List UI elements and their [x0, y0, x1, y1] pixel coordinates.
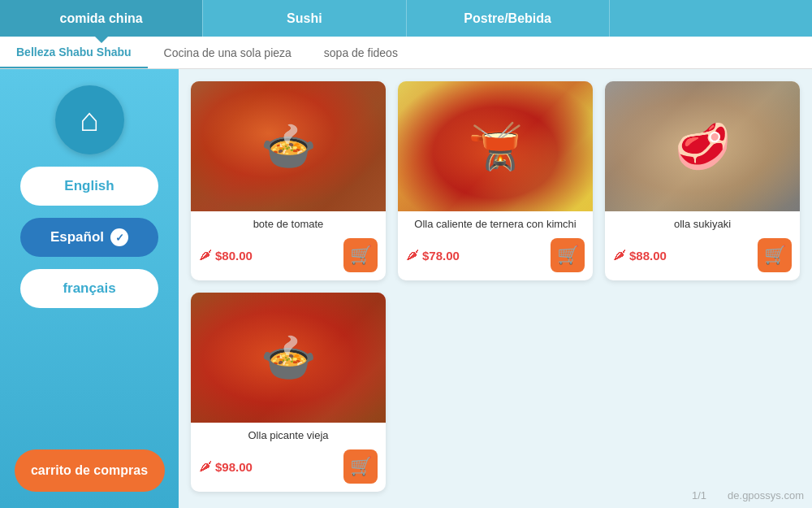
product-footer: 🌶 $80.00 🛒 [191, 233, 386, 280]
product-footer: 🌶 $78.00 🛒 [398, 233, 593, 280]
price: $78.00 [422, 249, 460, 263]
pepper-icon: 🌶 [613, 248, 626, 263]
check-icon: ✓ [110, 228, 128, 246]
home-button[interactable]: ⌂ [55, 85, 124, 154]
top-tabs: comida china Sushi Postre/Bebida [0, 0, 812, 37]
product-name: Olla picante vieja [191, 423, 386, 445]
product-name: bote de tomate [191, 211, 386, 233]
product-card: 🫕 Olla caliente de ternera con kimchi 🌶 … [398, 81, 593, 280]
price-section: 🌶 $78.00 [406, 248, 460, 263]
price-section: 🌶 $80.00 [199, 248, 253, 263]
page-indicator: 1/1 [692, 489, 706, 501]
price: $88.00 [629, 249, 667, 263]
main-layout: ⌂ English Español ✓ français carrito de … [0, 69, 812, 508]
price: $98.00 [215, 460, 253, 474]
subtab-cocina[interactable]: Cocina de una sola pieza [148, 37, 308, 68]
francais-button[interactable]: français [20, 269, 158, 308]
add-to-cart-button[interactable]: 🛒 [758, 238, 792, 272]
price: $80.00 [215, 249, 253, 263]
cart-button[interactable]: carrito de compras [15, 449, 165, 492]
tab-label: Sushi [287, 11, 322, 26]
tab-comida-china[interactable]: comida china [0, 0, 202, 37]
price-section: 🌶 $88.00 [613, 248, 667, 263]
espanol-button[interactable]: Español ✓ [20, 218, 158, 257]
watermark: de.gpossys.com [728, 489, 804, 501]
tab-sushi[interactable]: Sushi [202, 0, 405, 37]
product-image-1: 🍲 [191, 81, 386, 211]
product-image-3: 🥩 [605, 81, 800, 211]
pepper-icon: 🌶 [199, 459, 212, 474]
product-card: 🍲 bote de tomate 🌶 $80.00 🛒 [191, 81, 386, 280]
add-to-cart-button[interactable]: 🛒 [551, 238, 585, 272]
tab-label: comida china [60, 11, 143, 26]
subtab-belleza[interactable]: Belleza Shabu Shabu [0, 37, 148, 68]
product-card: 🍲 Olla picante vieja 🌶 $98.00 🛒 [191, 293, 386, 492]
price-section: 🌶 $98.00 [199, 459, 253, 474]
add-to-cart-button[interactable]: 🛒 [343, 238, 378, 272]
product-grid: 🍲 bote de tomate 🌶 $80.00 🛒 🫕 Olla calie… [179, 69, 812, 508]
english-button[interactable]: English [20, 167, 158, 206]
product-name: olla sukiyaki [605, 211, 800, 233]
add-to-cart-button[interactable]: 🛒 [343, 449, 378, 484]
product-footer: 🌶 $98.00 🛒 [191, 445, 386, 492]
tab-postre[interactable]: Postre/Bebida [406, 0, 609, 37]
pepper-icon: 🌶 [199, 248, 212, 263]
tab-extra[interactable] [609, 0, 812, 37]
pepper-icon: 🌶 [406, 248, 419, 263]
product-card: 🥩 olla sukiyaki 🌶 $88.00 🛒 [605, 81, 800, 280]
tab-label: Postre/Bebida [464, 11, 551, 26]
product-name: Olla caliente de ternera con kimchi [398, 211, 593, 233]
home-icon: ⌂ [80, 102, 99, 138]
product-footer: 🌶 $88.00 🛒 [605, 233, 800, 280]
product-image-2: 🫕 [398, 81, 593, 211]
product-image-4: 🍲 [191, 293, 386, 423]
sidebar: ⌂ English Español ✓ français carrito de … [0, 69, 179, 508]
subtab-sopa[interactable]: sopa de fideos [308, 37, 414, 68]
sub-tabs: Belleza Shabu Shabu Cocina de una sola p… [0, 37, 812, 69]
